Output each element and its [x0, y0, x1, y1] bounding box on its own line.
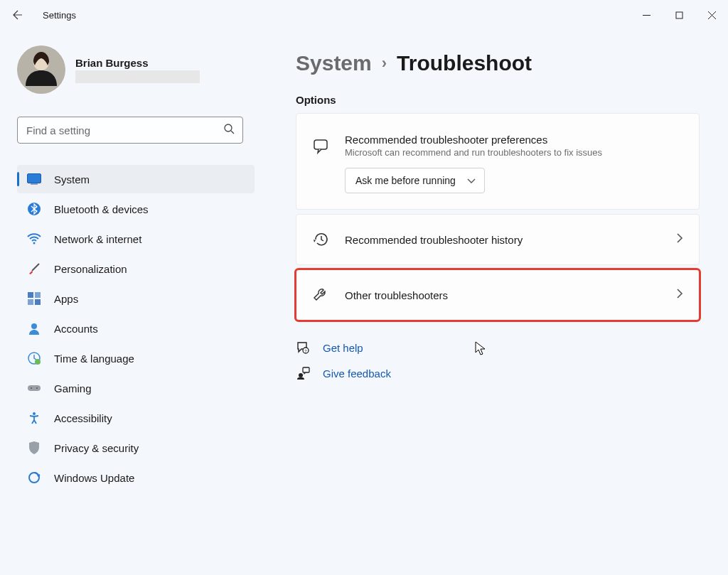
pref-dropdown-value: Ask me before running [355, 175, 456, 186]
nav-label: Gaming [54, 382, 92, 394]
maximize-button[interactable] [663, 4, 695, 26]
svg-rect-4 [28, 174, 41, 183]
close-icon [708, 11, 716, 19]
svg-rect-9 [35, 292, 41, 298]
options-header: Options [296, 94, 700, 106]
pref-title: Recommended troubleshooter preferences [345, 134, 683, 146]
svg-point-14 [35, 359, 41, 365]
pref-dropdown[interactable]: Ask me before running [345, 168, 485, 193]
chevron-down-icon [467, 175, 476, 186]
search-input[interactable] [17, 117, 243, 144]
svg-point-12 [31, 323, 37, 329]
svg-point-17 [36, 387, 38, 389]
close-button[interactable] [695, 4, 728, 26]
give-feedback-link[interactable]: Give feedback [323, 367, 391, 380]
avatar [17, 45, 65, 94]
profile-block[interactable]: Brian Burgess [17, 45, 263, 94]
get-help-link[interactable]: Get help [323, 342, 363, 354]
back-button[interactable] [6, 4, 28, 26]
svg-point-7 [33, 242, 36, 244]
clock-globe-icon [27, 351, 41, 365]
svg-rect-10 [28, 299, 33, 305]
svg-rect-8 [28, 292, 33, 298]
window-title: Settings [43, 10, 76, 21]
update-icon [27, 471, 41, 485]
svg-point-16 [31, 387, 32, 389]
speech-bubble-icon [312, 138, 329, 155]
nav-label: Personalization [54, 263, 127, 275]
breadcrumb-current: Troubleshoot [397, 51, 532, 75]
svg-rect-0 [676, 12, 682, 18]
search-icon [223, 123, 235, 137]
chevron-right-icon [676, 232, 683, 247]
pref-subtitle: Microsoft can recommend and run troubles… [345, 147, 683, 158]
wrench-icon [312, 286, 329, 303]
history-card[interactable]: Recommended troubleshooter history [296, 214, 700, 265]
nav-system[interactable]: System [17, 165, 255, 193]
sidebar: Brian Burgess System Bluetooth & devices… [0, 30, 263, 575]
feedback-icon [296, 366, 310, 380]
other-troubleshooters-card[interactable]: Other troubleshooters [296, 269, 700, 321]
profile-email-redacted [75, 70, 200, 83]
chevron-right-icon: › [382, 54, 387, 72]
nav-network[interactable]: Network & internet [17, 225, 255, 253]
apps-icon [27, 291, 41, 306]
breadcrumb: System › Troubleshoot [296, 51, 700, 75]
svg-rect-15 [28, 385, 41, 391]
system-icon [27, 172, 41, 186]
history-icon [312, 231, 329, 248]
nav-label: Network & internet [54, 233, 141, 245]
svg-point-23 [299, 373, 303, 377]
nav-accounts[interactable]: Accounts [17, 314, 255, 343]
nav-gaming[interactable]: Gaming [17, 374, 255, 402]
person-icon [27, 321, 41, 335]
nav-privacy[interactable]: Privacy & security [17, 434, 255, 462]
profile-name: Brian Burgess [75, 57, 200, 69]
shield-icon [27, 441, 41, 455]
nav-label: Accessibility [54, 412, 112, 424]
nav-label: System [54, 173, 90, 186]
svg-rect-24 [303, 367, 309, 372]
nav-label: Time & language [54, 353, 134, 365]
nav: System Bluetooth & devices Network & int… [17, 165, 263, 492]
nav-windows-update[interactable]: Windows Update [17, 463, 255, 492]
minimize-icon [643, 11, 651, 19]
back-arrow-icon [11, 9, 23, 21]
svg-point-18 [33, 412, 36, 415]
help-links: ? Get help Give feedback [296, 340, 700, 380]
nav-label: Apps [54, 293, 78, 305]
pref-card: Recommended troubleshooter preferences M… [296, 113, 700, 210]
help-icon: ? [296, 340, 310, 355]
nav-time-language[interactable]: Time & language [17, 344, 255, 372]
minimize-button[interactable] [630, 4, 663, 26]
maximize-icon [675, 11, 683, 19]
nav-bluetooth[interactable]: Bluetooth & devices [17, 195, 255, 223]
svg-rect-20 [314, 140, 327, 149]
wifi-icon [27, 232, 41, 246]
window-controls [630, 4, 728, 26]
nav-accessibility[interactable]: Accessibility [17, 404, 255, 432]
svg-point-3 [225, 124, 232, 131]
nav-label: Bluetooth & devices [54, 203, 149, 215]
search-wrap [17, 117, 243, 144]
titlebar: Settings [0, 0, 728, 30]
nav-apps[interactable]: Apps [17, 284, 255, 313]
nav-label: Windows Update [54, 472, 134, 484]
brush-icon [27, 262, 41, 276]
other-title: Other troubleshooters [345, 289, 660, 301]
accessibility-icon [27, 411, 41, 425]
svg-rect-5 [31, 183, 38, 185]
svg-rect-11 [35, 299, 41, 305]
gamepad-icon [27, 381, 41, 395]
nav-label: Accounts [54, 323, 98, 335]
nav-personalization[interactable]: Personalization [17, 254, 255, 283]
bluetooth-icon [27, 202, 41, 216]
main-pane: System › Troubleshoot Options Recommende… [263, 30, 728, 575]
chevron-right-icon [676, 288, 683, 302]
breadcrumb-parent[interactable]: System [296, 51, 372, 75]
history-title: Recommended troubleshooter history [345, 234, 660, 246]
nav-label: Privacy & security [54, 442, 139, 454]
